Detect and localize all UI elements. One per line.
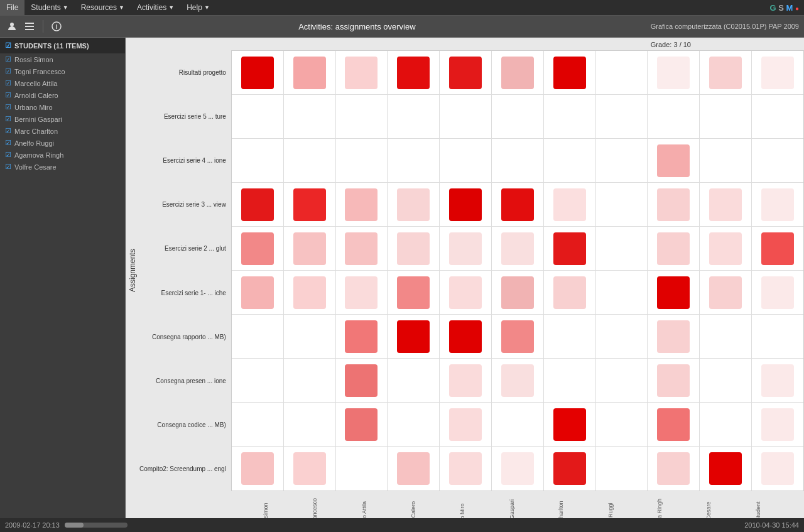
- grade-block[interactable]: [553, 408, 586, 441]
- grade-block[interactable]: [397, 320, 430, 353]
- grade-block[interactable]: [293, 452, 326, 485]
- grade-block[interactable]: [345, 57, 378, 89]
- grid-cell: [492, 359, 544, 402]
- grade-block[interactable]: [449, 452, 482, 485]
- sidebar-item-student[interactable]: ☑Volfre Cesare: [0, 161, 125, 173]
- grade-block[interactable]: [345, 276, 378, 309]
- sidebar-item-student[interactable]: ☑Agamova Ringh: [0, 149, 125, 161]
- sidebar-item-student[interactable]: ☑Urbano Miro: [0, 101, 125, 113]
- grade-block[interactable]: [553, 188, 586, 221]
- grade-block[interactable]: [449, 364, 482, 397]
- grade-block[interactable]: [345, 364, 378, 397]
- grade-block[interactable]: [709, 188, 742, 221]
- grid-row: [232, 315, 803, 359]
- grade-block[interactable]: [501, 364, 534, 397]
- grade-block[interactable]: [293, 57, 326, 89]
- grade-block[interactable]: [553, 232, 586, 265]
- grade-block[interactable]: [397, 452, 430, 485]
- menu-help[interactable]: Help ▼: [180, 0, 216, 15]
- content-area[interactable]: Grade: 3 / 10 Assignments Risultati prog…: [126, 38, 804, 532]
- grade-block[interactable]: [761, 408, 794, 441]
- grid-row: [232, 447, 803, 491]
- grade-block[interactable]: [449, 232, 482, 265]
- sidebar-item-student[interactable]: ☑Anelfo Ruggi: [0, 137, 125, 149]
- grade-block[interactable]: [553, 57, 586, 89]
- grade-block[interactable]: [657, 452, 690, 485]
- grid-cell: [232, 183, 284, 226]
- grade-block[interactable]: [501, 232, 534, 265]
- grade-block[interactable]: [501, 57, 534, 89]
- grade-block[interactable]: [657, 188, 690, 221]
- grade-block[interactable]: [449, 320, 482, 353]
- sidebar-item-student[interactable]: ☑Bernini Gaspari: [0, 113, 125, 125]
- grade-block[interactable]: [761, 232, 794, 265]
- grade-block[interactable]: [657, 232, 690, 265]
- grade-block[interactable]: [657, 144, 690, 177]
- sidebar-item-student[interactable]: ☑Marcello Attila: [0, 77, 125, 89]
- grade-block[interactable]: [709, 452, 742, 485]
- grade-block[interactable]: [345, 320, 378, 353]
- grade-block[interactable]: [449, 188, 482, 221]
- list-icon[interactable]: [23, 19, 36, 33]
- menu-activities[interactable]: Activities ▼: [131, 0, 180, 15]
- grade-block[interactable]: [761, 188, 794, 221]
- grade-block[interactable]: [449, 276, 482, 309]
- grid-cell: [648, 447, 700, 491]
- scroll-indicator[interactable]: [65, 523, 128, 528]
- grade-block[interactable]: [397, 57, 430, 89]
- grid-cell: [648, 183, 700, 226]
- grade-block[interactable]: [241, 188, 274, 221]
- menu-file[interactable]: File: [0, 0, 24, 15]
- grade-block[interactable]: [657, 364, 690, 397]
- grade-block[interactable]: [449, 57, 482, 89]
- grade-block[interactable]: [397, 188, 430, 221]
- grade-block[interactable]: [501, 276, 534, 309]
- student-name: Rossi Simon: [14, 56, 53, 63]
- grade-block[interactable]: [397, 276, 430, 309]
- grade-block[interactable]: [553, 276, 586, 309]
- info-icon[interactable]: i: [50, 19, 63, 33]
- activities-arrow: ▼: [168, 4, 174, 11]
- grade-block[interactable]: [657, 57, 690, 89]
- grade-block[interactable]: [761, 57, 794, 89]
- grade-block[interactable]: [241, 232, 274, 265]
- grade-block[interactable]: [345, 408, 378, 441]
- grade-block[interactable]: [293, 232, 326, 265]
- grade-block[interactable]: [241, 276, 274, 309]
- grade-block[interactable]: [709, 57, 742, 89]
- grade-block[interactable]: [657, 320, 690, 353]
- grid-cell: [388, 315, 440, 358]
- resources-arrow: ▼: [119, 4, 124, 11]
- grid-cell: [700, 447, 752, 491]
- grade-block[interactable]: [709, 232, 742, 265]
- person-icon[interactable]: [5, 19, 19, 33]
- grade-block[interactable]: [241, 452, 274, 485]
- sidebar-item-student[interactable]: ☑Togni Francesco: [0, 65, 125, 77]
- grade-block[interactable]: [761, 276, 794, 309]
- grade-block[interactable]: [501, 320, 534, 353]
- sidebar-item-student[interactable]: ☑Rossi Simon: [0, 53, 125, 65]
- grade-block[interactable]: [345, 188, 378, 221]
- grade-block[interactable]: [657, 276, 690, 309]
- grid-cell: [544, 447, 596, 491]
- student-checkbox: ☑: [5, 151, 11, 159]
- grade-block[interactable]: [553, 452, 586, 485]
- menu-resources[interactable]: Resources ▼: [75, 0, 131, 15]
- grade-block[interactable]: [293, 188, 326, 221]
- grade-block[interactable]: [657, 408, 690, 441]
- page-subtitle: Grafica computerizzata (C02015.01P) PAP …: [651, 23, 799, 30]
- menu-students[interactable]: Students ▼: [24, 0, 74, 15]
- grade-block[interactable]: [761, 452, 794, 485]
- grade-block[interactable]: [293, 276, 326, 309]
- grade-block[interactable]: [761, 364, 794, 397]
- sidebar-item-student[interactable]: ☑Arnoldi Calero: [0, 89, 125, 101]
- grade-block[interactable]: [345, 232, 378, 265]
- grade-block[interactable]: [501, 452, 534, 485]
- grade-block[interactable]: [449, 408, 482, 441]
- grade-block[interactable]: [501, 188, 534, 221]
- grade-block[interactable]: [241, 57, 274, 89]
- grade-block[interactable]: [397, 232, 430, 265]
- grade-block[interactable]: [709, 276, 742, 309]
- sidebar-item-student[interactable]: ☑Marc Charlton: [0, 125, 125, 137]
- grid-row: [232, 51, 803, 95]
